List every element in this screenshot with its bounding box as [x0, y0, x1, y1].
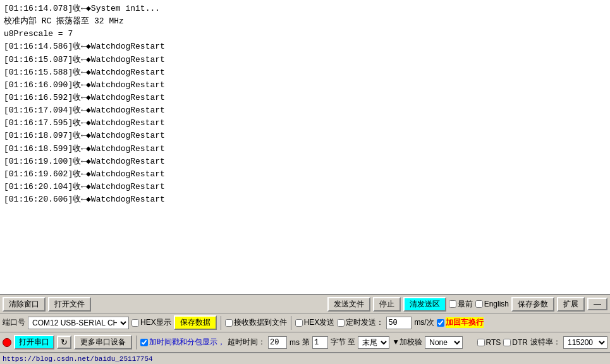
log-line: [01:16:19.100]收←◆WatchdogRestart — [4, 155, 606, 168]
timed-send-checkbox[interactable] — [337, 319, 345, 327]
baud-label: 波特率： — [530, 337, 561, 348]
rts-group: RTS — [477, 338, 501, 347]
timed-value-input[interactable] — [386, 317, 412, 329]
port-select[interactable]: COM12 USB-SERIAL CH340 — [28, 317, 129, 329]
log-line: 校准内部 RC 振荡器至 32 MHz — [4, 15, 606, 28]
checksum-select[interactable]: None — [425, 336, 463, 349]
hex-send-group: HEX发送 — [295, 317, 335, 328]
log-line: [01:16:20.104]收←◆WatchdogRestart — [4, 181, 606, 193]
minus-button[interactable]: — — [587, 298, 607, 310]
toolbar-row-2: 端口号 COM12 USB-SERIAL CH340 HEX显示 保存数据 接收… — [0, 313, 610, 332]
more-ports-button[interactable]: 更多串口设备 — [74, 335, 132, 349]
status-indicator — [3, 338, 11, 347]
english-checkbox-group: English — [475, 300, 509, 308]
toolbar-row-3: 打开串口 ↻ 更多串口设备 加时间戳和分包显示， 超时时间： ms 第 字节 至… — [0, 332, 610, 353]
rts-label: RTS — [486, 338, 501, 347]
end-select[interactable]: 末尾 — [358, 336, 389, 349]
open-file-button[interactable]: 打开文件 — [48, 297, 91, 312]
recv-file-group: 接收数据到文件 — [225, 317, 287, 328]
last-checkbox-group: 最前 — [449, 299, 473, 310]
timeout-input[interactable] — [268, 336, 287, 349]
last-label: 最前 — [458, 299, 473, 310]
log-line: [01:16:17.094]收←◆WatchdogRestart — [4, 104, 606, 117]
url-bar: https://blog.csdn.net/baidu_25117754 — [0, 353, 610, 364]
refresh-button[interactable]: ↻ — [57, 336, 71, 349]
timed-send-group: 定时发送： — [337, 317, 384, 328]
dtr-checkbox[interactable] — [503, 339, 511, 346]
recv-file-checkbox[interactable] — [225, 319, 233, 327]
log-line: [01:16:16.592]收←◆WatchdogRestart — [4, 92, 606, 104]
byte-label: 字节 至 — [331, 337, 355, 348]
dtr-label: DTR — [512, 338, 528, 347]
add-crlf-checkbox[interactable] — [437, 319, 444, 327]
timed-unit-label: ms/次 — [414, 317, 434, 328]
open-port-button[interactable]: 打开串口 — [14, 335, 54, 349]
log-line: [01:16:15.588]收←◆WatchdogRestart — [4, 66, 606, 79]
log-line: [01:16:20.606]收←◆WatchdogRestart — [4, 193, 606, 206]
separator-2 — [291, 316, 291, 330]
recv-file-label: 接收数据到文件 — [234, 317, 287, 328]
timeout-label: 超时时间： — [228, 337, 265, 348]
separator-3 — [136, 336, 137, 349]
log-line: [01:16:19.602]收←◆WatchdogRestart — [4, 168, 606, 181]
timestamp-label: 加时间戳和分包显示， — [149, 337, 225, 348]
send-file-button[interactable]: 发送文件 — [327, 297, 370, 312]
log-line: [01:16:14.078]收←◆System init... — [4, 3, 606, 15]
separator-1 — [221, 316, 221, 330]
checksum-label: ▼加校验 — [392, 337, 422, 348]
hex-display-checkbox[interactable] — [131, 319, 139, 327]
add-crlf-label: 加回车换行 — [446, 317, 484, 328]
save-data-button[interactable]: 保存数据 — [174, 315, 217, 330]
hex-display-label: HEX显示 — [140, 317, 171, 328]
timestamp-group: 加时间戳和分包显示， — [140, 337, 225, 348]
toolbar-row-1: 清除窗口 打开文件 发送文件 停止 清发送区 最前 English 保存参数 扩… — [0, 294, 610, 313]
save-params-button[interactable]: 保存参数 — [511, 297, 554, 312]
page-label: 第 — [302, 337, 310, 348]
hex-send-checkbox[interactable] — [295, 319, 303, 327]
log-line: [01:16:14.586]收←◆WatchdogRestart — [4, 40, 606, 53]
page-input[interactable] — [312, 336, 328, 349]
dtr-group: DTR — [503, 338, 528, 347]
clear-window-button[interactable]: 清除窗口 — [3, 297, 46, 312]
stop-button[interactable]: 停止 — [373, 297, 401, 312]
port-label: 端口号 — [3, 317, 25, 328]
log-line: [01:16:15.087]收←◆WatchdogRestart — [4, 54, 606, 66]
add-crlf-group: 加回车换行 — [437, 317, 484, 328]
log-line: [01:16:17.595]收←◆WatchdogRestart — [4, 117, 606, 130]
timeout-unit: ms — [290, 338, 300, 347]
expand-button[interactable]: 扩展 — [557, 297, 585, 312]
rts-checkbox[interactable] — [477, 339, 485, 346]
log-line: [01:16:18.097]收←◆WatchdogRestart — [4, 130, 606, 142]
timestamp-checkbox[interactable] — [140, 339, 148, 346]
english-checkbox[interactable] — [475, 300, 483, 308]
log-line: [01:16:16.090]收←◆WatchdogRestart — [4, 79, 606, 92]
timed-send-label: 定时发送： — [346, 317, 384, 328]
clear-send-button[interactable]: 清发送区 — [403, 297, 446, 312]
baud-select[interactable]: 115200 — [563, 336, 607, 349]
log-line: u8Prescale = 7 — [4, 28, 606, 40]
last-checkbox[interactable] — [449, 300, 456, 308]
url-text: https://blog.csdn.net/baidu_25117754 — [3, 355, 153, 363]
english-label: English — [484, 300, 509, 308]
log-display[interactable]: [01:16:14.078]收←◆System init...校准内部 RC 振… — [0, 0, 610, 294]
hex-display-group: HEX显示 — [131, 317, 171, 328]
log-line: [01:16:18.599]收←◆WatchdogRestart — [4, 143, 606, 155]
hex-send-label: HEX发送 — [304, 317, 335, 328]
